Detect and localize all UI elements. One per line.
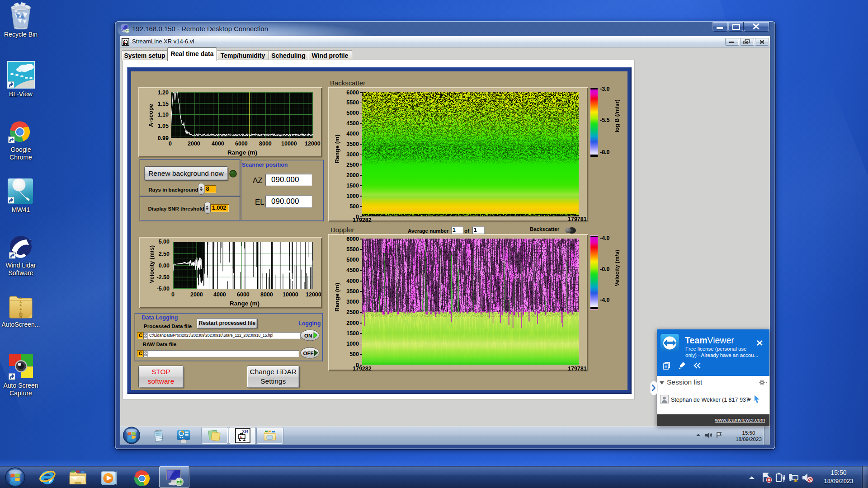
svg-text:ON: ON bbox=[304, 333, 312, 338]
svg-text:OFF: OFF bbox=[303, 351, 314, 356]
